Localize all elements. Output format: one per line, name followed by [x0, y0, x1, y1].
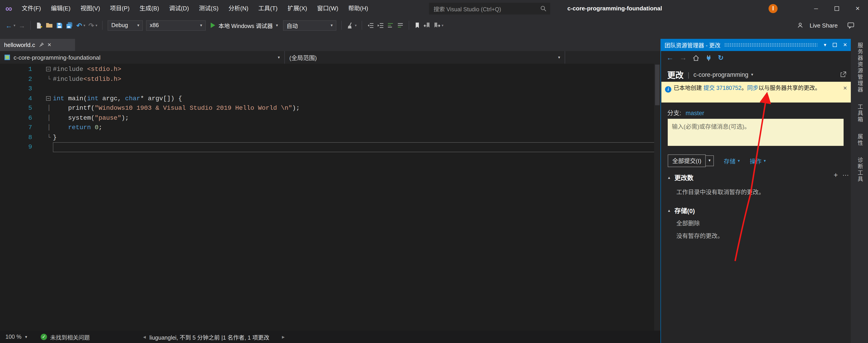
commit-all-button[interactable]: 全部提交(I) [668, 155, 706, 167]
live-share-icon[interactable] [797, 22, 804, 29]
menu-item[interactable]: 工具(T) [253, 0, 283, 17]
tool-tab-diagnostic-tools[interactable]: 诊断工具 [857, 157, 862, 182]
navigate-forward-icon[interactable]: → [19, 22, 25, 29]
code-cleanup-dropdown-icon[interactable]: ▾ [355, 23, 357, 27]
repository-name[interactable]: c-core-programming [693, 71, 748, 78]
scope-dropdown[interactable]: (全局范围) ▾ [285, 51, 565, 64]
project-dropdown[interactable]: c-core-programming-foundational ▾ [0, 51, 285, 64]
menu-item[interactable]: 帮助(H) [343, 0, 373, 17]
menu-item[interactable]: 窗口(W) [312, 0, 343, 17]
new-file-icon[interactable] [36, 22, 42, 29]
code-line[interactable]: 5│ printf("Windows10 1903 & Visual Studi… [0, 103, 660, 113]
code-line[interactable]: 4−int main(int argc, char* argv[]) { [0, 94, 660, 103]
save-all-icon[interactable] [66, 22, 73, 29]
fold-collapse-icon[interactable]: − [32, 65, 53, 74]
indent-decrease-icon[interactable] [367, 22, 374, 29]
undo-dropdown-icon[interactable]: ▾ [84, 23, 85, 27]
fold-collapse-icon[interactable]: − [32, 94, 53, 103]
drop-all-link[interactable]: 全部删除 [676, 218, 700, 227]
menu-item[interactable]: 生成(B) [134, 0, 164, 17]
branch-name-link[interactable]: master [686, 110, 704, 116]
commit-link[interactable]: 提交 37180752 [704, 85, 741, 91]
redo-icon[interactable]: ↷ [88, 22, 94, 29]
toolbar-overflow-icon[interactable]: ▾ [442, 23, 443, 27]
changes-section-header[interactable]: ▲ 更改数 [667, 173, 693, 182]
comment-selection-icon[interactable] [387, 22, 394, 29]
document-health-check-icon[interactable]: ✓ [41, 334, 47, 340]
panel-close-icon[interactable]: ✕ [843, 42, 847, 48]
forward-icon[interactable]: → [680, 54, 687, 62]
connect-plug-icon[interactable] [705, 55, 712, 61]
start-debugging-button[interactable]: 本地 Windows 调试器 ▾ [209, 21, 280, 30]
menu-item[interactable]: 分析(N) [223, 0, 253, 17]
save-icon[interactable] [56, 22, 63, 29]
commit-message-input[interactable]: 输入(必需)或存储消息(可选)。 [668, 119, 844, 146]
menu-item[interactable]: 项目(P) [105, 0, 135, 17]
tool-tab-properties[interactable]: 属性 [857, 134, 862, 146]
home-icon[interactable] [692, 55, 700, 61]
code-line[interactable]: 2└#include<stdlib.h> [0, 74, 660, 84]
zoom-level-value[interactable]: 100 % [5, 334, 22, 340]
redo-dropdown-icon[interactable]: ▾ [95, 23, 97, 27]
scrollbar-right-arrow-icon[interactable]: ▸ [282, 334, 285, 340]
tool-tab-toolbox[interactable]: 工具箱 [857, 104, 862, 123]
float-window-icon[interactable] [833, 42, 837, 48]
window-position-icon[interactable]: ▾ [824, 42, 827, 48]
menu-item[interactable]: 视图(V) [75, 0, 105, 17]
sync-link[interactable]: 同步 [747, 85, 758, 91]
team-explorer-titlebar[interactable]: 团队资源管理器 - 更改 ▾ ✕ [661, 39, 851, 51]
tab-close-icon[interactable]: ✕ [47, 42, 51, 48]
feedback-icon[interactable] [847, 22, 855, 29]
stashes-section-header[interactable]: ▲ 存储(0) [667, 206, 695, 215]
user-avatar[interactable]: l [769, 4, 778, 13]
code-cleanup-icon[interactable] [347, 22, 353, 29]
undo-icon[interactable]: ↶ [76, 22, 82, 29]
back-icon[interactable]: ← [666, 54, 674, 62]
indent-increase-icon[interactable] [377, 22, 384, 29]
menu-item[interactable]: 测试(S) [194, 0, 223, 17]
stash-dropdown[interactable]: 存储▾ [724, 157, 740, 165]
actions-dropdown[interactable]: 操作▾ [750, 157, 766, 165]
scrollbar-left-arrow-icon[interactable]: ◂ [143, 334, 146, 340]
more-options-icon[interactable]: … [842, 169, 849, 177]
search-input[interactable]: 搜索 Visual Studio (Ctrl+Q) [429, 3, 550, 14]
platform-select[interactable]: x86 ▾ [146, 20, 206, 31]
page-switch-dropdown-icon[interactable]: ▾ [751, 72, 753, 77]
document-tab-helloworld[interactable]: helloworld.c ✕ [0, 39, 75, 51]
menu-item[interactable]: 调试(D) [164, 0, 194, 17]
infobar-close-icon[interactable]: ✕ [843, 84, 847, 92]
scrollbar-thumb[interactable] [655, 65, 659, 105]
maximize-button[interactable] [827, 0, 847, 17]
uncomment-selection-icon[interactable] [397, 22, 404, 29]
menu-item[interactable]: 文件(F) [17, 0, 46, 17]
code-line[interactable]: 1−#include <stdio.h> [0, 65, 660, 74]
code-line[interactable]: 6│ system("pause"); [0, 113, 660, 123]
configuration-select[interactable]: Debug ▾ [107, 20, 143, 31]
minimize-button[interactable]: ─ [806, 0, 827, 17]
code-line[interactable]: 3 [0, 84, 660, 94]
menu-item[interactable]: 编辑(E) [46, 0, 75, 17]
live-share-label[interactable]: Live Share [810, 22, 838, 29]
pin-icon[interactable] [39, 42, 43, 47]
member-dropdown[interactable] [565, 51, 660, 64]
watch-type-select[interactable]: 自动 ▾ [283, 20, 336, 31]
open-file-icon[interactable] [46, 22, 53, 29]
add-icon[interactable]: + [834, 171, 838, 179]
menu-item[interactable]: 扩展(X) [283, 0, 312, 17]
code-line[interactable]: 9 [0, 142, 660, 152]
code-editor[interactable]: 1−#include <stdio.h>2└#include<stdlib.h>… [0, 64, 660, 331]
tool-tab-server-explorer[interactable]: 服务器资源管理器 [857, 42, 862, 93]
code-line[interactable]: 7│ return 0; [0, 123, 660, 133]
navigate-back-icon[interactable]: ← [5, 22, 12, 29]
next-bookmark-icon[interactable] [434, 22, 440, 29]
navigate-back-dropdown-icon[interactable]: ▾ [13, 23, 16, 27]
commit-all-dropdown-icon[interactable]: ▾ [706, 156, 714, 166]
close-button[interactable]: ✕ [847, 0, 868, 17]
zoom-dropdown-icon[interactable]: ▾ [25, 335, 27, 339]
previous-bookmark-icon[interactable] [424, 22, 430, 29]
codelens-info[interactable]: liuguanglei, 不到 5 分钟之前 |1 名作者, 1 项更改 [149, 333, 269, 341]
toggle-bookmark-icon[interactable] [414, 22, 421, 29]
refresh-icon[interactable]: ↻ [718, 54, 723, 62]
popout-icon[interactable] [840, 71, 846, 78]
editor-vertical-scrollbar[interactable] [654, 64, 660, 331]
